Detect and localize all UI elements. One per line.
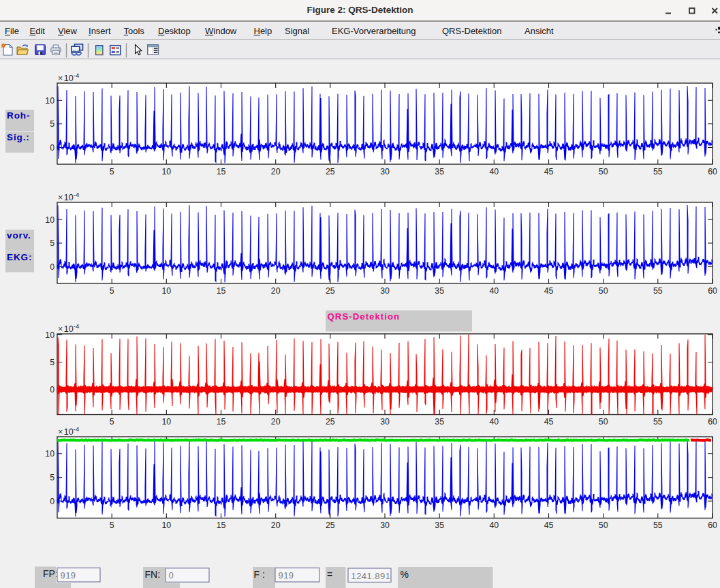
svg-text:35: 35	[435, 286, 444, 296]
svg-text:FP:: FP:	[43, 568, 58, 579]
svg-text:40: 40	[489, 167, 499, 176]
svg-text:919: 919	[61, 570, 76, 581]
svg-text:×10-4: ×10-4	[58, 425, 80, 437]
svg-text:35: 35	[435, 167, 444, 176]
svg-text:40: 40	[489, 286, 499, 296]
svg-text:25: 25	[326, 167, 335, 176]
svg-text:10: 10	[161, 417, 171, 427]
svg-text:10: 10	[45, 215, 54, 225]
svg-text:0: 0	[169, 570, 174, 581]
svg-text:vorv.: vorv.	[7, 230, 31, 241]
svg-text:×10-4: ×10-4	[58, 72, 80, 83]
svg-text:10: 10	[45, 96, 54, 106]
svg-text:5: 5	[110, 286, 114, 296]
svg-text:×10-4: ×10-4	[58, 191, 80, 202]
svg-text:10: 10	[161, 167, 171, 176]
svg-text:60: 60	[708, 521, 717, 530]
svg-text:5: 5	[50, 358, 54, 367]
svg-text:10: 10	[45, 449, 54, 459]
svg-text:55: 55	[653, 167, 663, 176]
svg-text:×10-4: ×10-4	[58, 322, 80, 334]
svg-text:F :: F :	[254, 569, 265, 580]
svg-text:50: 50	[599, 417, 608, 427]
svg-text:60: 60	[708, 167, 717, 176]
svg-text:10: 10	[161, 286, 171, 296]
svg-text:20: 20	[271, 286, 281, 296]
svg-text:FN:: FN:	[145, 569, 161, 580]
svg-text:0: 0	[50, 497, 54, 506]
svg-text:50: 50	[599, 286, 608, 296]
svg-text:5: 5	[110, 417, 114, 427]
svg-text:55: 55	[653, 417, 663, 427]
svg-text:25: 25	[326, 286, 335, 296]
svg-text:45: 45	[544, 167, 554, 176]
svg-text:40: 40	[489, 521, 499, 530]
svg-text:5: 5	[110, 167, 114, 176]
svg-text:45: 45	[544, 417, 554, 427]
svg-text:QRS-Detektion: QRS-Detektion	[328, 311, 401, 322]
svg-text:0: 0	[50, 262, 54, 272]
svg-text:30: 30	[380, 417, 390, 427]
svg-text:%: %	[401, 569, 409, 580]
svg-text:55: 55	[653, 521, 663, 530]
svg-text:EKG:: EKG:	[7, 252, 32, 262]
svg-text:10: 10	[45, 330, 54, 340]
svg-text:60: 60	[708, 417, 717, 427]
svg-text:45: 45	[544, 521, 554, 530]
svg-text:919: 919	[279, 570, 294, 581]
svg-text:5: 5	[50, 119, 54, 129]
svg-text:20: 20	[271, 521, 281, 530]
svg-text:5: 5	[50, 473, 54, 482]
svg-text:35: 35	[435, 521, 444, 530]
svg-text:15: 15	[217, 417, 226, 427]
svg-text:45: 45	[544, 286, 554, 296]
svg-text:0: 0	[50, 385, 54, 394]
svg-text:30: 30	[380, 167, 390, 176]
svg-text:50: 50	[599, 521, 608, 530]
svg-text:5: 5	[110, 521, 114, 530]
svg-text:Sig.:: Sig.:	[7, 132, 30, 142]
svg-text:Roh-: Roh-	[7, 110, 30, 121]
svg-text:20: 20	[271, 417, 281, 427]
svg-text:15: 15	[217, 167, 226, 176]
svg-text:35: 35	[435, 417, 444, 427]
svg-text:25: 25	[326, 417, 335, 427]
svg-text:30: 30	[380, 521, 390, 530]
svg-text:5: 5	[50, 238, 54, 248]
svg-text:55: 55	[653, 286, 663, 296]
svg-text:10: 10	[161, 521, 171, 530]
svg-text:=: =	[327, 569, 332, 580]
svg-text:15: 15	[217, 286, 226, 296]
svg-text:20: 20	[271, 167, 281, 176]
svg-text:60: 60	[708, 286, 717, 296]
svg-text:0: 0	[50, 143, 54, 153]
svg-text:1241.891: 1241.891	[351, 571, 391, 581]
svg-text:50: 50	[599, 167, 608, 176]
svg-text:30: 30	[380, 286, 390, 296]
svg-text:15: 15	[217, 521, 226, 530]
svg-text:25: 25	[326, 521, 335, 530]
svg-text:40: 40	[489, 417, 499, 427]
